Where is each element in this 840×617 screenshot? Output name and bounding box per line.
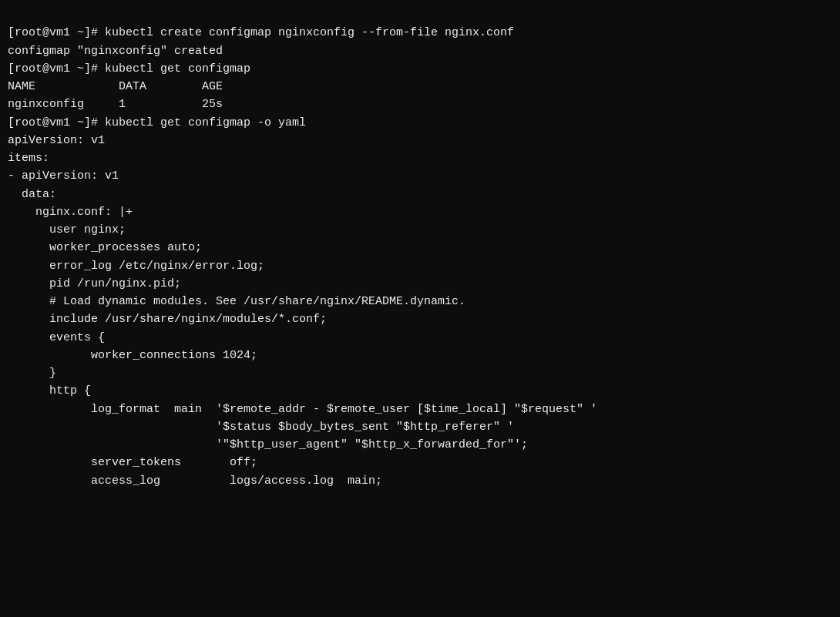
terminal-line: data:	[8, 186, 832, 203]
terminal-line: log_format main '$remote_addr - $remote_…	[8, 401, 832, 418]
terminal-line: pid /run/nginx.pid;	[8, 275, 832, 293]
terminal-line: include /usr/share/nginx/modules/*.conf;	[8, 310, 832, 328]
terminal-line: worker_processes auto;	[8, 239, 832, 257]
terminal-line: server_tokens off;	[8, 454, 832, 471]
terminal-line: items:	[8, 149, 832, 167]
terminal-line: [root@vm1 ~]# kubectl get configmap -o y…	[8, 114, 832, 132]
terminal-line: user nginx;	[8, 221, 832, 239]
terminal-line: [root@vm1 ~]# kubectl create configmap n…	[8, 24, 832, 42]
terminal-line: nginx.conf: |+	[8, 203, 832, 221]
terminal-line: error_log /etc/nginx/error.log;	[8, 257, 832, 275]
terminal-line: NAME DATA AGE	[8, 78, 832, 96]
terminal-line: access_log logs/access.log main;	[8, 472, 832, 490]
terminal-line: nginxconfig 1 25s	[8, 96, 832, 113]
terminal-line: - apiVersion: v1	[8, 167, 832, 185]
terminal-window[interactable]: [root@vm1 ~]# kubectl create configmap n…	[0, 0, 840, 617]
terminal-line: # Load dynamic modules. See /usr/share/n…	[8, 293, 832, 310]
terminal-line: }	[8, 364, 832, 382]
terminal-line: '$status $body_bytes_sent "$http_referer…	[8, 418, 832, 436]
terminal-line: '"$http_user_agent" "$http_x_forwarded_f…	[8, 436, 832, 454]
terminal-line: configmap "nginxconfig" created	[8, 42, 832, 60]
terminal-line: apiVersion: v1	[8, 132, 832, 149]
terminal-line: worker_connections 1024;	[8, 347, 832, 364]
terminal-line: [root@vm1 ~]# kubectl get configmap	[8, 60, 832, 78]
terminal-line: http {	[8, 382, 832, 400]
terminal-line: events {	[8, 329, 832, 347]
